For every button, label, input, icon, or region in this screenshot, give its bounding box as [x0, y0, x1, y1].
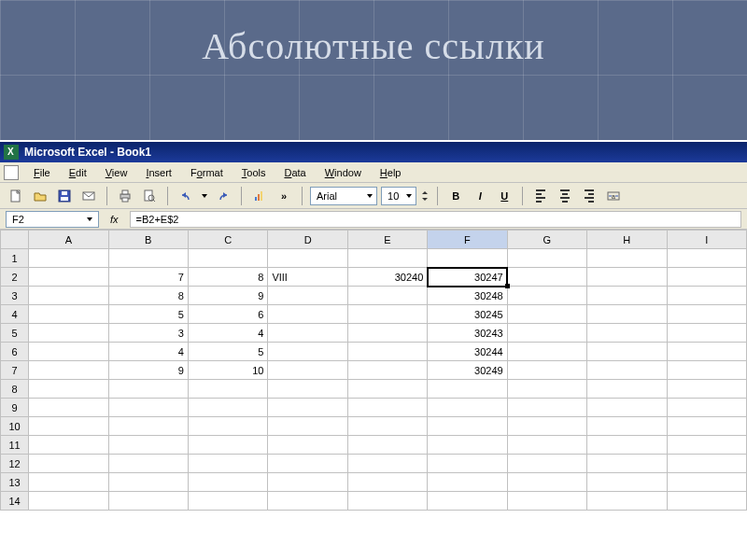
undo-dropdown-icon[interactable]: [200, 186, 209, 206]
cell-D13[interactable]: [268, 473, 347, 492]
cell-B5[interactable]: 3: [108, 324, 188, 343]
cell-C10[interactable]: [188, 417, 267, 436]
cell-I4[interactable]: [667, 305, 746, 324]
row-header-6[interactable]: 6: [1, 343, 29, 361]
row-header-14[interactable]: 14: [1, 492, 29, 511]
cell-I11[interactable]: [667, 436, 746, 455]
cell-A6[interactable]: [29, 343, 108, 361]
col-header-H[interactable]: H: [587, 231, 667, 249]
col-header-D[interactable]: D: [268, 231, 347, 249]
row-header-1[interactable]: 1: [1, 249, 29, 268]
cell-C6[interactable]: 5: [188, 343, 267, 361]
cell-B14[interactable]: [108, 492, 188, 511]
cell-E9[interactable]: [347, 399, 427, 417]
row-header-3[interactable]: 3: [1, 287, 29, 305]
cell-G11[interactable]: [507, 436, 586, 455]
name-box[interactable]: F2: [6, 211, 99, 228]
bold-button[interactable]: B: [445, 186, 466, 206]
select-all-corner[interactable]: [1, 231, 29, 249]
cell-A2[interactable]: [29, 268, 108, 287]
cell-A3[interactable]: [29, 287, 108, 305]
toolbar-overflow-icon[interactable]: »: [274, 186, 294, 206]
cell-B3[interactable]: 8: [108, 287, 188, 305]
underline-button[interactable]: U: [494, 186, 514, 206]
cell-F10[interactable]: [428, 417, 507, 436]
cell-H14[interactable]: [587, 492, 667, 511]
cell-I2[interactable]: [667, 268, 746, 287]
align-right-icon[interactable]: [579, 186, 599, 206]
cell-G14[interactable]: [507, 492, 586, 511]
cell-H8[interactable]: [587, 380, 667, 399]
cell-A11[interactable]: [29, 436, 108, 455]
col-header-E[interactable]: E: [347, 231, 427, 249]
cell-B6[interactable]: 4: [108, 343, 188, 361]
menu-file[interactable]: File: [24, 165, 60, 180]
cell-A7[interactable]: [29, 361, 108, 380]
row-header-5[interactable]: 5: [1, 324, 29, 343]
row-header-12[interactable]: 12: [1, 455, 29, 473]
italic-button[interactable]: I: [470, 186, 490, 206]
redo-icon[interactable]: [213, 186, 233, 206]
align-left-icon[interactable]: [530, 186, 551, 206]
chart-icon[interactable]: [249, 186, 270, 206]
cell-B11[interactable]: [108, 436, 188, 455]
cell-A13[interactable]: [29, 473, 108, 492]
cell-B8[interactable]: [108, 380, 188, 399]
row-header-10[interactable]: 10: [1, 417, 29, 436]
cell-E10[interactable]: [347, 417, 427, 436]
cell-C3[interactable]: 9: [188, 287, 267, 305]
font-selector[interactable]: Arial: [310, 187, 377, 205]
cell-A8[interactable]: [29, 380, 108, 399]
cell-E7[interactable]: [347, 361, 427, 380]
new-icon[interactable]: [6, 186, 26, 206]
cell-G10[interactable]: [507, 417, 586, 436]
cell-H12[interactable]: [587, 455, 667, 473]
cell-H10[interactable]: [587, 417, 667, 436]
cell-G13[interactable]: [507, 473, 586, 492]
cell-D4[interactable]: [268, 305, 347, 324]
cell-D1[interactable]: [268, 249, 347, 268]
menu-edit[interactable]: Edit: [60, 165, 96, 180]
cell-F3[interactable]: 30248: [428, 287, 507, 305]
menu-help[interactable]: Help: [371, 165, 411, 180]
cell-C8[interactable]: [188, 380, 267, 399]
cell-C13[interactable]: [188, 473, 267, 492]
cell-I10[interactable]: [667, 417, 746, 436]
undo-icon[interactable]: [176, 186, 196, 206]
cell-I5[interactable]: [667, 324, 746, 343]
cell-A12[interactable]: [29, 455, 108, 473]
row-header-9[interactable]: 9: [1, 399, 29, 417]
cell-F9[interactable]: [428, 399, 507, 417]
cell-F11[interactable]: [428, 436, 507, 455]
cell-H4[interactable]: [587, 305, 667, 324]
merge-center-icon[interactable]: a: [603, 186, 624, 206]
cell-D8[interactable]: [268, 380, 347, 399]
cell-C7[interactable]: 10: [188, 361, 267, 380]
menu-window[interactable]: Window: [316, 165, 371, 180]
cell-D12[interactable]: [268, 455, 347, 473]
cell-D11[interactable]: [268, 436, 347, 455]
cell-C12[interactable]: [188, 455, 267, 473]
cell-B10[interactable]: [108, 417, 188, 436]
cell-G3[interactable]: [507, 287, 586, 305]
cell-E8[interactable]: [347, 380, 427, 399]
cell-A1[interactable]: [29, 249, 108, 268]
open-icon[interactable]: [30, 186, 50, 206]
cell-E5[interactable]: [347, 324, 427, 343]
cell-E6[interactable]: [347, 343, 427, 361]
cell-G4[interactable]: [507, 305, 586, 324]
cell-D7[interactable]: [268, 361, 347, 380]
cell-B2[interactable]: 7: [108, 268, 188, 287]
email-icon[interactable]: [78, 186, 99, 206]
cell-D2[interactable]: VIII: [268, 268, 347, 287]
cell-I3[interactable]: [667, 287, 746, 305]
menu-data[interactable]: Data: [275, 165, 315, 180]
cell-H6[interactable]: [587, 343, 667, 361]
align-center-icon[interactable]: [555, 186, 575, 206]
cell-D5[interactable]: [268, 324, 347, 343]
cell-A9[interactable]: [29, 399, 108, 417]
cell-I13[interactable]: [667, 473, 746, 492]
cell-E1[interactable]: [347, 249, 427, 268]
cell-D14[interactable]: [268, 492, 347, 511]
cell-A5[interactable]: [29, 324, 108, 343]
